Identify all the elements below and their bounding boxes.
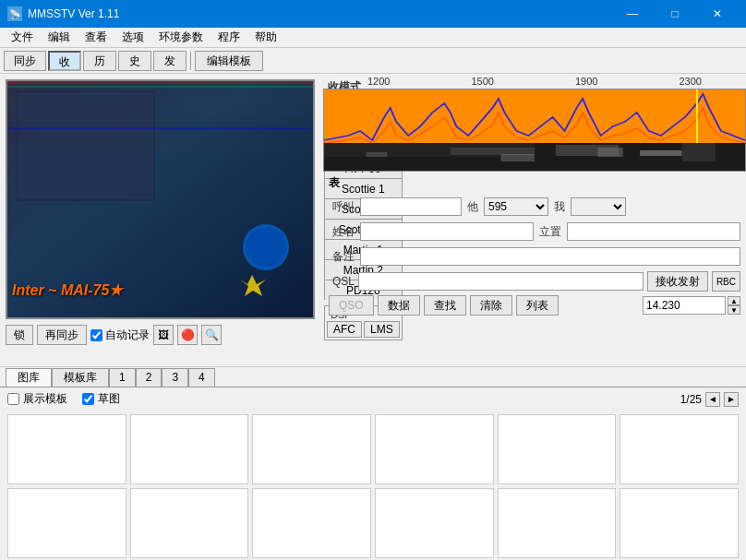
left-bottom-toolbar: 锁 再同步 自动记录 🖼 🔴 🔍: [6, 325, 315, 345]
bottom-area: 图库 模板库 1 2 3 4 展示模板 草图 1/25 ◄ ►: [0, 366, 746, 560]
minimize-button[interactable]: —: [611, 0, 654, 28]
sstv-image: Inter ~ MAI-75★: [7, 81, 313, 317]
thumb-7[interactable]: [7, 488, 126, 558]
action-row: QSO 数据 查找 清除 列表 14.230 ▲ ▼: [329, 295, 740, 316]
svg-rect-19: [367, 152, 388, 157]
freq-2300: 2300: [680, 76, 702, 87]
close-button[interactable]: ✕: [696, 0, 739, 28]
title-bar-left: 📡 MMSSTV Ver 1.11: [7, 6, 119, 21]
page-prev-button[interactable]: ◄: [705, 392, 720, 407]
location-label: 立置: [539, 224, 561, 240]
tab-4[interactable]: 4: [188, 368, 215, 387]
auto-record-checkbox[interactable]: [90, 329, 102, 341]
thumb-12[interactable]: [620, 488, 739, 558]
resync-button[interactable]: 再同步: [37, 325, 87, 345]
freq-down-button[interactable]: ▼: [728, 305, 740, 315]
list-button[interactable]: 列表: [516, 295, 559, 316]
menu-item-程序[interactable]: 程序: [211, 28, 247, 47]
my-select[interactable]: [571, 197, 626, 216]
clear-button[interactable]: 清除: [470, 295, 512, 316]
name-label: 姓名: [329, 224, 355, 240]
svg-rect-18: [682, 143, 716, 161]
send-h-button[interactable]: 史: [118, 51, 151, 71]
content-area: Inter ~ MAI-75★ 锁 再同步 自动记录 🖼: [0, 74, 746, 366]
title-controls: — □ ✕: [611, 0, 739, 28]
tab-template-lib[interactable]: 模板库: [52, 368, 109, 387]
my-label: 我: [554, 199, 565, 215]
menu-item-文件[interactable]: 文件: [4, 28, 41, 47]
tab-2[interactable]: 2: [136, 368, 162, 387]
thumb-8[interactable]: [130, 488, 249, 558]
tab-3[interactable]: 3: [162, 368, 188, 387]
thumb-6[interactable]: [620, 414, 739, 484]
left-content: Inter ~ MAI-75★ 锁 再同步 自动记录 🖼: [0, 74, 323, 366]
svg-rect-15: [451, 148, 535, 155]
thumb-9[interactable]: [252, 488, 371, 558]
thumb-11[interactable]: [498, 488, 617, 558]
waterfall-display: [324, 143, 745, 171]
page-navigation: 1/25 ◄ ►: [680, 392, 739, 407]
thumb-10[interactable]: [375, 488, 494, 558]
menu-item-编辑[interactable]: 编辑: [41, 28, 78, 47]
right-column: 1200 1500 1900 2300: [323, 74, 746, 366]
lock-button[interactable]: 锁: [6, 325, 33, 345]
icon-btn-1[interactable]: 🖼: [153, 325, 174, 345]
receive-button[interactable]: 收: [48, 51, 81, 71]
note-row: 备注: [329, 245, 740, 268]
freq-select[interactable]: 595: [484, 197, 548, 216]
menu-item-查看[interactable]: 查看: [78, 28, 114, 47]
search-icon-btn[interactable]: 🔍: [201, 325, 222, 345]
svg-rect-11: [324, 89, 745, 145]
history-button[interactable]: 历: [83, 51, 116, 71]
show-template-text: 展示模板: [23, 391, 67, 407]
maximize-button[interactable]: □: [654, 0, 696, 28]
tab-1[interactable]: 1: [109, 368, 136, 387]
show-template-label[interactable]: 展示模板: [7, 391, 67, 407]
name-input[interactable]: [360, 222, 534, 241]
toolbar-separator: [190, 52, 191, 70]
gallery-options-row: 展示模板 草图 1/25 ◄ ►: [0, 387, 746, 411]
menu-item-帮助[interactable]: 帮助: [247, 28, 284, 47]
edit-template-button[interactable]: 编辑模板: [195, 51, 263, 71]
thumb-5[interactable]: [498, 414, 617, 484]
note-input[interactable]: [360, 247, 740, 266]
qso-button[interactable]: QSO: [329, 295, 374, 316]
rx-tx-button[interactable]: 接收发射: [647, 271, 708, 292]
send-button[interactable]: 发: [153, 51, 186, 71]
freq-up-button[interactable]: ▲: [728, 296, 740, 305]
location-input[interactable]: [567, 222, 740, 241]
qsl-input[interactable]: [358, 272, 644, 291]
menu-item-环境参数[interactable]: 环境参数: [151, 28, 211, 47]
menu-bar: 文件编辑查看选项环境参数程序帮助: [0, 28, 746, 48]
window-title: MMSSTV Ver 1.11: [28, 7, 119, 20]
thumb-3[interactable]: [252, 414, 371, 484]
note-label: 备注: [329, 249, 355, 265]
page-next-button[interactable]: ►: [724, 392, 739, 407]
icon-btn-2[interactable]: 🔴: [177, 325, 198, 345]
sync-button[interactable]: 同步: [4, 51, 46, 71]
show-template-checkbox[interactable]: [7, 393, 19, 405]
thumb-grid-row2: [0, 488, 746, 560]
name-row: 姓名 立置: [329, 220, 740, 243]
qsl-row: QSL 接收发射 RBC: [329, 270, 740, 292]
bottom-tabs-bar: 图库 模板库 1 2 3 4: [0, 367, 746, 387]
freq-1500: 1500: [472, 76, 494, 87]
data-button[interactable]: 数据: [378, 295, 420, 316]
thumb-4[interactable]: [375, 414, 494, 484]
draft-label[interactable]: 草图: [82, 391, 120, 407]
freq-value-input[interactable]: 14.230: [643, 296, 726, 315]
rbc-button[interactable]: RBC: [712, 271, 740, 292]
sstv-callsign-overlay: Inter ~ MAI-75★: [12, 281, 122, 299]
thumb-1[interactable]: [7, 414, 126, 484]
auto-record-checkbox-label[interactable]: 自动记录: [90, 328, 150, 343]
call-input[interactable]: [360, 197, 462, 216]
find-button[interactable]: 查找: [424, 295, 466, 316]
menu-item-选项[interactable]: 选项: [114, 28, 151, 47]
thumb-2[interactable]: [130, 414, 249, 484]
draft-checkbox[interactable]: [82, 393, 94, 405]
qsl-label: QSL: [329, 275, 355, 288]
tab-gallery[interactable]: 图库: [6, 368, 52, 387]
freq-spin: ▲ ▼: [728, 296, 740, 315]
draft-text: 草图: [98, 391, 120, 407]
left-column: Inter ~ MAI-75★ 锁 再同步 自动记录 🖼: [0, 74, 323, 366]
